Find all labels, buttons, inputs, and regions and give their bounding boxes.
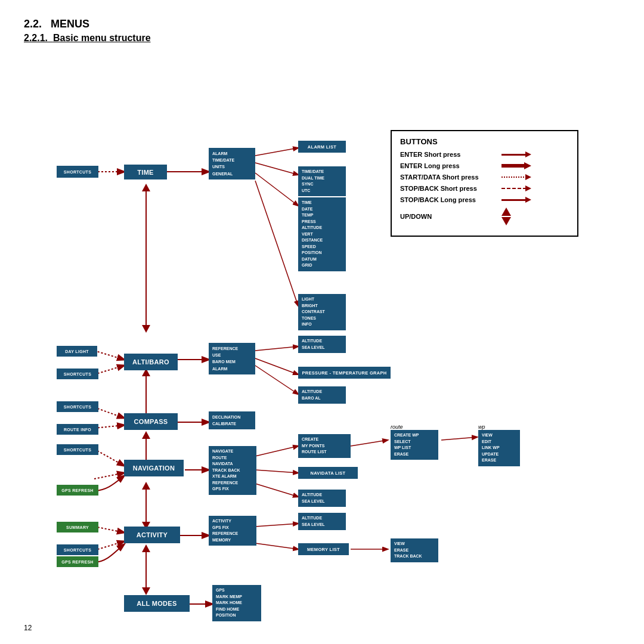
svg-line-19 — [94, 425, 124, 428]
svg-line-3 — [255, 163, 298, 175]
shortcuts-altibaro: SHORTCUTS — [57, 369, 98, 379]
legend-box: BUTTONS ENTER Short press ENTER Long pre… — [391, 130, 578, 237]
altibaro-box: ALTI/BARO — [124, 354, 178, 370]
alarm-submenu-box: ALARM TIME/DATE UNITS GENERAL — [209, 148, 255, 179]
svg-line-31 — [441, 437, 477, 440]
route-label: route — [391, 424, 403, 430]
route-info-box: ROUTE INFO — [57, 424, 98, 435]
compass-submenu: DECLINATION CALIBRATE — [209, 411, 255, 429]
legend-label-start-data: START/DATA Short press — [400, 174, 501, 181]
svg-line-29 — [255, 484, 298, 497]
legend-row-start-data: START/DATA Short press — [400, 174, 569, 181]
svg-line-25 — [94, 473, 124, 479]
svg-line-28 — [255, 470, 298, 473]
triangle-up — [501, 208, 511, 216]
legend-label-updown: UP/DOWN — [400, 213, 501, 220]
subsection-title: 2.2.1. Basic menu structure — [24, 33, 620, 44]
svg-marker-43 — [142, 587, 150, 595]
legend-label-enter-short: ENTER Short press — [400, 151, 501, 158]
svg-line-30 — [351, 440, 388, 446]
timedate-block: TIME/DATE DUAL TIME SYNC UTC — [298, 166, 346, 196]
svg-line-38 — [255, 524, 298, 527]
page-number: 12 — [24, 624, 32, 632]
general-block: LIGHT BRIGHT CONTRAST TONES INFO — [298, 294, 346, 330]
all-modes-submenu: GPS MARK Memp MARK HOME FIND HOME POSITI… — [212, 585, 261, 621]
all-modes-box: ALL MODES — [124, 595, 190, 612]
svg-line-12 — [255, 346, 298, 351]
legend-row-updown: UP/DOWN — [400, 208, 569, 225]
nav-submenu: NAVIGATE ROUTE NAVIDATA TRACK BACK XTE A… — [209, 446, 256, 495]
create-block: CREATE My Points ROUTE LIST — [298, 434, 351, 458]
svg-line-10 — [94, 366, 124, 374]
memory-list-box: MEMORY LIST — [298, 543, 349, 555]
navigation-box: NAVIGATION — [124, 460, 184, 476]
stop-back-short-arrow — [501, 186, 531, 191]
svg-line-14 — [255, 366, 298, 394]
shortcuts-compass: SHORTCUTS — [57, 401, 98, 412]
legend-row-stop-back-short: STOP/BACK Short press — [400, 185, 569, 192]
svg-marker-33 — [142, 482, 150, 490]
units-block: TIME DATE TEMP PRESS ALTITUDE VERT DISTA… — [298, 197, 346, 271]
compass-box: COMPASS — [124, 413, 178, 430]
svg-marker-42 — [142, 544, 150, 552]
gps-refresh-1: GPS refresh — [57, 485, 98, 496]
updown-icon — [501, 208, 511, 225]
svg-line-36 — [94, 541, 124, 550]
enter-long-arrow — [501, 163, 531, 169]
summary-box: SUMMARY — [57, 522, 98, 532]
start-data-arrow — [501, 175, 531, 179]
gps-refresh-2: GPS refresh — [57, 556, 98, 567]
time-box: TIME — [124, 165, 167, 179]
wp-label: wp — [478, 424, 485, 430]
shortcuts-nav: SHORTCUTS — [57, 444, 98, 455]
legend-row-stop-back-long: STOP/BACK Long press — [400, 196, 569, 203]
svg-line-4 — [255, 173, 298, 206]
page: 2.2. MENUS 2.2.1. Basic menu structure — [0, 0, 644, 644]
svg-line-39 — [255, 543, 298, 549]
nav-altitude-sealevel: ALTITUDE SEA LEVEL — [298, 490, 346, 507]
svg-line-18 — [94, 407, 124, 418]
enter-short-arrow — [501, 152, 531, 157]
svg-line-5 — [255, 181, 298, 306]
svg-marker-22 — [142, 431, 150, 439]
pressure-temp-box: PRESSURE - TEMPERATURE GRAPH — [298, 367, 391, 379]
legend-label-stop-back-long: STOP/BACK Long press — [400, 196, 501, 203]
shortcuts-time: SHORTCUTS — [57, 166, 98, 178]
svg-line-35 — [94, 527, 124, 532]
legend-row-enter-long: ENTER Long press — [400, 162, 569, 169]
stop-back-long-arrow — [501, 197, 531, 202]
day-light-box: DAY LIGHT — [57, 346, 97, 357]
svg-marker-8 — [142, 325, 150, 333]
navidata-list-box: NAVIDATA LIST — [298, 467, 358, 479]
activity-box: ACTIVITY — [124, 527, 180, 543]
create-wp-block: CREATE WP SELECT WP LIST ERASE — [391, 430, 438, 460]
activity-altitude: ALTITUDE SEA LEVEL — [298, 513, 346, 530]
legend-title: BUTTONS — [400, 137, 569, 146]
legend-label-stop-back-short: STOP/BACK Short press — [400, 185, 501, 192]
triangle-down — [501, 217, 511, 225]
shortcuts-activity: SHORTCUTS — [57, 544, 98, 555]
activity-submenu: ACTIVITY GPS fix REFERENCE MEMORY — [209, 516, 256, 546]
svg-line-24 — [94, 449, 124, 466]
svg-line-9 — [94, 351, 124, 360]
altitude-baroal: ALTITUDE BARO AL — [298, 386, 346, 404]
alarm-list-box: ALARM LIST — [298, 141, 346, 153]
altibaro-submenu: REFERENCE USE BARO MEM ALARM — [209, 343, 255, 374]
altitude-sealevel-1: ALTITUDE SEA LEVEL — [298, 336, 346, 353]
svg-line-27 — [255, 446, 298, 456]
svg-marker-7 — [142, 184, 150, 191]
view-block-wp: VIEW EDIT LINK WP UPDATE ERASE — [478, 430, 520, 466]
legend-row-enter-short: ENTER Short press — [400, 151, 569, 158]
view-erase-block: VIEW ERASE TRACK BACK — [391, 538, 438, 562]
section-title: 2.2. MENUS — [24, 18, 620, 30]
svg-line-2 — [255, 148, 298, 156]
legend-label-enter-long: ENTER Long press — [400, 162, 501, 169]
diagram: BUTTONS ENTER Short press ENTER Long pre… — [24, 55, 620, 610]
svg-line-13 — [255, 358, 298, 374]
